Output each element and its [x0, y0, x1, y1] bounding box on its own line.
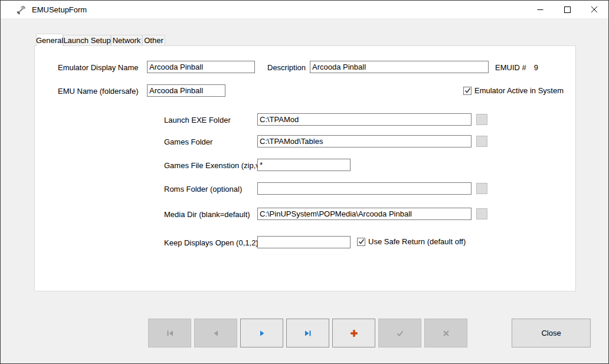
nav-prev-button[interactable]: [194, 319, 237, 347]
check-icon: [395, 329, 405, 338]
nav-first-button[interactable]: [148, 319, 191, 347]
games-folder-label: Games Folder: [164, 137, 212, 146]
x-icon: [442, 329, 450, 337]
prev-record-icon: [211, 329, 221, 338]
close-icon: [591, 6, 598, 13]
first-record-icon: [165, 329, 175, 338]
games-file-extension-input[interactable]: [257, 159, 351, 171]
window-close-button[interactable]: [581, 1, 608, 18]
nav-cancel-button[interactable]: [424, 319, 467, 347]
window-minimize-button[interactable]: [526, 1, 554, 18]
use-safe-return-label: Use Safe Return (default off): [368, 237, 466, 246]
nav-add-button[interactable]: [332, 319, 375, 347]
keep-displays-open-input[interactable]: [257, 236, 351, 248]
window-controls: [526, 1, 608, 18]
description-label: Description: [267, 63, 306, 72]
maximize-icon: [564, 6, 571, 13]
browse-media-dir-button[interactable]: [476, 208, 487, 219]
emu-name-input[interactable]: [147, 84, 225, 97]
close-button[interactable]: Close: [512, 319, 591, 347]
roms-folder-input[interactable]: [257, 182, 472, 195]
tab-launch-setup[interactable]: Launch Setup: [63, 35, 111, 46]
media-dir-label: Media Dir (blank=default): [164, 210, 250, 219]
window-title: EMUSetupForm: [32, 5, 87, 14]
next-record-icon: [257, 329, 267, 338]
emulator-display-name-input[interactable]: [147, 61, 255, 73]
roms-folder-label: Roms Folder (optional): [164, 185, 242, 194]
wrench-icon: [17, 5, 27, 15]
launch-exe-folder-input[interactable]: [257, 113, 472, 126]
add-record-icon: [349, 329, 359, 338]
check-icon: [358, 238, 365, 245]
emu-name-label: EMU Name (foldersafe): [58, 87, 139, 96]
games-folder-input[interactable]: [257, 135, 472, 147]
launch-exe-folder-label: Launch EXE Folder: [164, 116, 231, 124]
checkbox-box: [357, 238, 365, 246]
emulator-active-checkbox[interactable]: Emulator Active in System: [463, 86, 564, 95]
nav-last-button[interactable]: [286, 319, 329, 347]
nav-next-button[interactable]: [240, 319, 283, 347]
games-file-extension-label: Games File Exenstion (zip,vpx): [164, 161, 270, 170]
check-icon: [464, 87, 471, 94]
window-maximize-button[interactable]: [554, 1, 581, 18]
minimize-icon: [537, 6, 543, 13]
browse-games-folder-button[interactable]: [476, 136, 487, 147]
nav-apply-button[interactable]: [378, 319, 421, 347]
tab-network[interactable]: Network: [111, 35, 142, 46]
emulator-active-label: Emulator Active in System: [474, 86, 564, 95]
last-record-icon: [303, 329, 313, 338]
browse-launch-exe-button[interactable]: [476, 114, 487, 125]
emulator-display-name-label: Emulator Display Name: [58, 63, 139, 72]
browse-roms-folder-button[interactable]: [476, 183, 487, 194]
emuid-label: EMUID #: [495, 63, 526, 72]
checkbox-box: [463, 87, 472, 95]
tab-general[interactable]: General: [36, 34, 63, 46]
emu-setup-form-window: EMUSetupForm General Launch Setup Networ…: [0, 0, 609, 364]
media-dir-input[interactable]: [257, 208, 472, 220]
emuid-field: EMUID # 9: [495, 63, 538, 72]
titlebar: EMUSetupForm: [1, 1, 608, 18]
close-button-label: Close: [541, 329, 561, 337]
use-safe-return-checkbox[interactable]: Use Safe Return (default off): [357, 237, 466, 246]
tab-other[interactable]: Other: [142, 35, 165, 46]
keep-displays-open-label: Keep Displays Open (0,1,2): [164, 238, 258, 247]
description-input[interactable]: [310, 61, 489, 73]
emuid-value: 9: [534, 63, 538, 72]
